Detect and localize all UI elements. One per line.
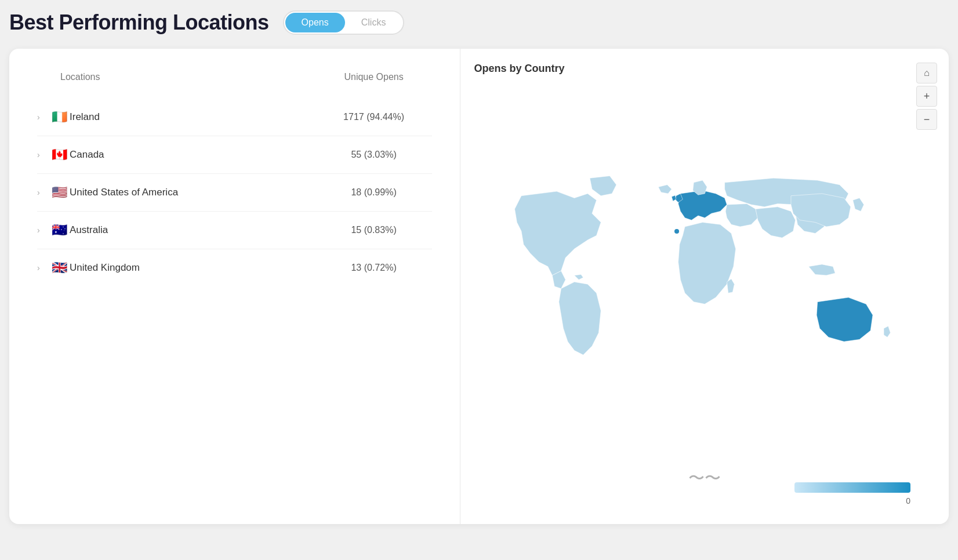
- country-name: United Kingdom: [70, 262, 316, 274]
- map-marker: [674, 229, 679, 234]
- map-panel: Opens by Country ⌂ + − .land { fill: #b8…: [460, 49, 949, 524]
- col-header-opens: Unique Opens: [316, 72, 432, 82]
- expand-icon[interactable]: ›: [37, 226, 49, 235]
- opens-value: 55 (3.03%): [316, 150, 432, 160]
- legend-min-label: 0: [906, 496, 910, 506]
- opens-value: 1717 (94.44%): [316, 112, 432, 122]
- metric-toggle: Opens Clicks: [283, 10, 405, 35]
- map-home-button[interactable]: ⌂: [916, 63, 937, 83]
- country-name: Australia: [70, 224, 316, 236]
- legend-bar: [794, 482, 910, 493]
- flag-icon: 🇬🇧: [49, 261, 70, 275]
- toggle-clicks[interactable]: Clicks: [345, 13, 402, 32]
- main-card: Locations Unique Opens › 🇮🇪 Ireland 1717…: [9, 49, 949, 524]
- map-svg: .land { fill: #b8d9ea; stroke: #fff; str…: [486, 169, 928, 390]
- expand-icon[interactable]: ›: [37, 263, 49, 272]
- locations-list: › 🇮🇪 Ireland 1717 (94.44%) › 🇨🇦 Canada 5…: [37, 99, 432, 286]
- wave-icon: 〜〜: [688, 467, 721, 489]
- table-row: › 🇨🇦 Canada 55 (3.03%): [37, 136, 432, 174]
- table-row: › 🇦🇺 Australia 15 (0.83%): [37, 212, 432, 249]
- flag-icon: 🇮🇪: [49, 110, 70, 124]
- table-row: › 🇮🇪 Ireland 1717 (94.44%): [37, 99, 432, 136]
- col-header-location: Locations: [37, 72, 316, 82]
- table-row: › 🇺🇸 United States of America 18 (0.99%): [37, 174, 432, 212]
- map-title: Opens by Country: [474, 63, 939, 75]
- page-title: Best Performing Locations: [9, 10, 269, 35]
- toggle-opens[interactable]: Opens: [285, 13, 345, 32]
- table-row: › 🇬🇧 United Kingdom 13 (0.72%): [37, 249, 432, 286]
- flag-icon: 🇺🇸: [49, 186, 70, 199]
- country-name: United States of America: [70, 187, 316, 198]
- country-name: Ireland: [70, 111, 316, 123]
- locations-panel: Locations Unique Opens › 🇮🇪 Ireland 1717…: [9, 49, 460, 524]
- opens-value: 15 (0.83%): [316, 225, 432, 235]
- expand-icon[interactable]: ›: [37, 150, 49, 159]
- expand-icon[interactable]: ›: [37, 112, 49, 122]
- country-name: Canada: [70, 149, 316, 161]
- opens-value: 13 (0.72%): [316, 263, 432, 273]
- flag-icon: 🇨🇦: [49, 148, 70, 162]
- flag-icon: 🇦🇺: [49, 223, 70, 237]
- opens-value: 18 (0.99%): [316, 187, 432, 198]
- world-map: .land { fill: #b8d9ea; stroke: #fff; str…: [474, 84, 939, 475]
- table-header: Locations Unique Opens: [37, 72, 432, 82]
- expand-icon[interactable]: ›: [37, 188, 49, 197]
